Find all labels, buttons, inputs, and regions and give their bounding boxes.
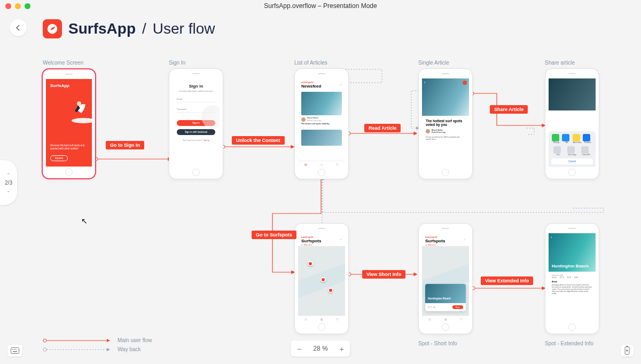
screen-label-spot-ext: Spot - Extended Info [545,341,593,346]
share-app-facebook[interactable]: Facebook [583,134,592,144]
page-title: User flow [153,20,215,37]
share-app-message[interactable]: Message [552,134,561,144]
screen-label-signin: Sign In [169,60,185,66]
zoom-control[interactable]: − 28 % + [291,341,350,357]
screen-spot-short[interactable]: SURFSAPP Surfspots ⌕ ◎Map view Huntingto… [418,223,473,334]
flow-label-go-signin[interactable]: Go to Sign In [106,141,144,149]
screen-spot-extended[interactable]: ‹ Huntington Beach California, USA 9.5 m… [545,223,599,334]
chevron-up-icon[interactable]: ⌃ [6,172,11,178]
chevron-down-icon[interactable]: ⌄ [6,188,11,193]
signin-title: Sign in [177,84,215,89]
app-logo [43,19,62,38]
share-action-save[interactable]: Save to App [567,146,577,156]
map-area[interactable] [298,246,345,315]
search-icon[interactable]: ⌕ [340,83,342,86]
flow-canvas[interactable]: Welcome Screen Sign In List of Articles … [0,53,641,332]
tab-bar[interactable]: ▤◎☰ [422,315,469,322]
screen-label-welcome: Welcome Screen [43,60,83,66]
surfer-illustration [62,94,92,126]
feed-author-time: Posted 3 hours ago [307,120,321,122]
legend-way-back: Way back [118,346,141,352]
legend: Main user flow Way back [43,334,152,352]
svg-point-12 [43,348,46,351]
svg-rect-16 [14,349,15,350]
search-icon[interactable]: ⌕ [340,238,342,241]
app-name: SurfsApp [68,20,136,37]
spot-info-card[interactable]: Huntington Beach 25 °C · 6 ft More [425,284,466,311]
svg-rect-20 [627,346,628,347]
share-cancel-button[interactable]: Cancel [551,159,593,164]
screen-article[interactable]: ‹ The hottest surf spots voted by you Mi… [418,68,473,179]
signin-email-field[interactable]: Email [177,98,215,102]
feed-title: Newsfeed [301,84,342,89]
screen-share[interactable]: Message Mail Add to Notes Facebook Print… [545,68,599,179]
tab-spots-icon: ◎ [314,161,329,167]
svg-rect-15 [12,349,13,350]
tab-profile-icon: ☰ [330,161,345,167]
page-header: SurfsApp / User flow [43,19,215,38]
spot-card-title: Huntington Beach [428,297,451,300]
zoom-in-button[interactable]: + [333,341,350,357]
tab-bar[interactable]: ▤ ◎ ☰ [298,161,345,167]
share-app-mail[interactable]: Mail [562,134,572,144]
tab-home-icon: ▤ [298,161,314,167]
feed-secondary-image[interactable] [301,130,342,146]
screen-newsfeed[interactable]: SURFSAPP Newsfeed ⌕ Misael Weber Posted … [294,68,349,179]
search-icon[interactable]: ⌕ [464,238,466,241]
cursor-icon: ↖ [81,217,88,225]
back-icon[interactable]: ‹ [424,81,425,84]
article-body: Check out the list for 2018 created by t… [426,136,465,141]
battery-icon[interactable] [621,345,634,357]
zoom-out-button[interactable]: − [291,341,308,357]
map-pin[interactable] [320,277,326,282]
tab-bar[interactable]: ▤◎☰ [298,315,345,322]
zoom-value: 28 % [308,345,333,352]
svg-rect-17 [15,349,17,350]
keyboard-icon[interactable] [7,345,22,357]
share-icon[interactable] [463,81,467,85]
spot-about-heading: About [552,281,592,283]
header-separator: / [142,20,146,37]
feed-hero-image[interactable] [301,92,342,115]
signin-facebook-button[interactable]: Sign in with facebook [177,129,215,135]
screen-signin[interactable]: Sign in Connect with other surfers near … [169,68,223,179]
flow-label-unlock[interactable]: Unlock the Content [232,136,285,145]
map-pin[interactable] [328,288,333,293]
svg-point-8 [72,118,92,123]
flow-label-read[interactable]: Read Article [364,124,401,132]
feed-headline[interactable]: The hottest surf spots voted by… [301,123,342,125]
back-button[interactable] [10,19,27,36]
flow-label-share[interactable]: Share Article [490,105,528,114]
flow-label-go-surfspots[interactable]: Go to Surfspots [252,231,296,239]
page-stepper[interactable]: ⌃ 2/3 ⌄ [0,160,17,205]
article-hero-image: ‹ [422,78,469,116]
signup-link[interactable]: Sign up [203,139,209,141]
spot-stats: 9.5 mi 21 °C 6.2 ft 1.8 ft [552,276,592,279]
spot-about-text: Huntington Beach is known for its long 8… [552,284,592,295]
screen-welcome[interactable]: SurfsApp Discover the best surf spots an… [42,68,96,179]
share-action-print[interactable]: Print [553,146,563,156]
svg-point-9 [77,101,81,106]
map-pin[interactable] [308,261,313,266]
svg-rect-18 [13,351,17,352]
spot-more-button[interactable]: More [452,305,463,309]
flow-label-view-ext[interactable]: View Extended Info [481,276,533,285]
stepper-value: 2/3 [5,180,12,186]
share-app-notes[interactable]: Add to Notes [573,134,582,144]
welcome-explore-button[interactable]: Explore [50,155,68,161]
svg-rect-14 [11,348,19,354]
spot-hero-image: ‹ Huntington Beach [549,233,596,272]
ios-share-sheet[interactable]: Message Mail Add to Notes Facebook Print… [549,131,596,167]
spot-card-stats: 25 °C · 6 ft [428,306,435,308]
spot-ext-title: Huntington Beach [552,264,589,268]
welcome-logo-text: SurfsApp [50,83,88,88]
share-action-pdf[interactable]: Create PDF [581,146,591,156]
screen-label-share: Share article [545,60,575,66]
screen-surfspots-map[interactable]: SURFSAPP Surfspots ⌕ ◎Map view ▤◎☰ [294,223,349,334]
screen-label-article: Single Article [418,60,449,66]
back-icon[interactable]: ‹ [551,235,552,239]
legend-main-flow: Main user flow [118,337,152,343]
flow-label-view-short[interactable]: View Short Info [362,270,405,279]
signin-footer: Don't have an account?Sign up [177,139,215,141]
screen-label-feed: List of Articles [294,60,327,66]
